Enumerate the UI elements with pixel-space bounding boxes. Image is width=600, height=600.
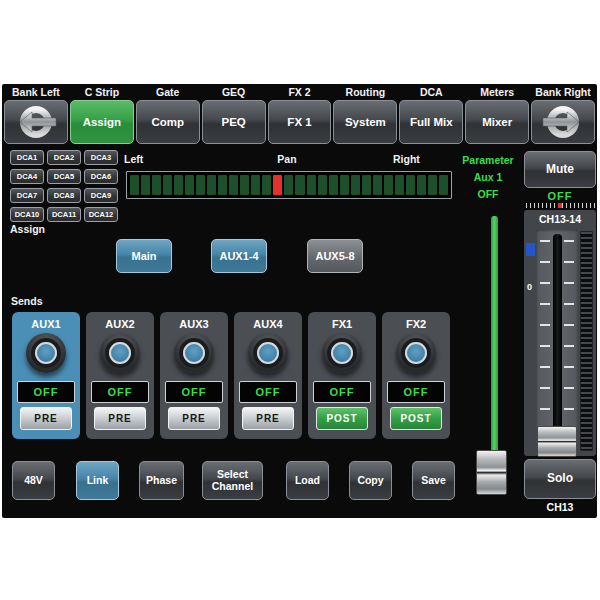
pan-segment [362, 175, 371, 195]
dca-button-5[interactable]: DCA5 [47, 169, 81, 184]
pan-segment [417, 175, 426, 195]
send-pre-post-button[interactable]: POST [316, 407, 368, 430]
pan-segment [174, 175, 183, 195]
fx1-button[interactable]: FX 1 [268, 100, 332, 144]
phantom-48v-button[interactable]: 48V [12, 461, 55, 500]
pan-meter[interactable] [126, 171, 452, 199]
dca-button-9[interactable]: DCA9 [84, 188, 118, 203]
send-strip-aux1: AUX1 OFF PRE [12, 312, 80, 439]
parameter-bus: Aux 1 [474, 171, 503, 183]
dca-button-2[interactable]: DCA2 [47, 150, 81, 165]
nav-label-bank-right: Bank Right [531, 84, 595, 100]
dca-button-3[interactable]: DCA3 [84, 150, 118, 165]
nav-col-routing: Routing System [333, 84, 397, 144]
dca-button-6[interactable]: DCA6 [84, 169, 118, 184]
pan-segment [251, 175, 260, 195]
nav-label-fx2: FX 2 [268, 84, 332, 100]
send-title: AUX3 [160, 318, 228, 330]
bank-left-button[interactable] [4, 100, 68, 144]
mute-button[interactable]: Mute [524, 151, 596, 188]
copy-button[interactable]: Copy [349, 461, 392, 500]
fader-scale-right [564, 240, 574, 442]
pan-segment [185, 175, 194, 195]
pan-segment [240, 175, 249, 195]
dca-assign-label: Assign [10, 223, 45, 235]
send-pre-post-button[interactable]: PRE [242, 407, 294, 430]
nav-col-fx2: FX 2 FX 1 [268, 84, 332, 144]
send-pre-post-button[interactable]: POST [390, 407, 442, 430]
fader-handle[interactable] [537, 426, 577, 457]
dca-grid: DCA1 DCA2 DCA3 DCA4 DCA5 DCA6 DCA7 DCA8 … [10, 150, 118, 222]
send-knob[interactable] [322, 333, 362, 373]
pan-segment [141, 175, 150, 195]
bus-tab-main[interactable]: Main [116, 239, 172, 273]
nav-col-bank-left: Bank Left [4, 84, 68, 144]
full-mix-button[interactable]: Full Mix [399, 100, 463, 144]
mixer-panel: Bank Left C Strip Assign Gate Comp [2, 84, 597, 518]
pan-segment [307, 175, 316, 195]
parameter-slider-track[interactable] [491, 216, 498, 453]
channel-name: CH13-14 [524, 213, 596, 225]
send-strip-fx2: FX2 OFF POST [382, 312, 450, 439]
pan-segment [196, 175, 205, 195]
send-strip-aux2: AUX2 OFF PRE [86, 312, 154, 439]
pan-segment [439, 175, 448, 195]
dca-button-10[interactable]: DCA10 [10, 207, 44, 222]
select-channel-button[interactable]: Select Channel [202, 461, 263, 500]
send-pre-post-button[interactable]: PRE [168, 407, 220, 430]
nav-label-routing: Routing [333, 84, 397, 100]
bus-tab-aux1-4[interactable]: AUX1-4 [211, 239, 267, 273]
send-knob[interactable] [396, 333, 436, 373]
mixer-button[interactable]: Mixer [465, 100, 529, 144]
fader-scale-left [540, 240, 550, 442]
link-button[interactable]: Link [76, 461, 119, 500]
nav-col-geq: GEQ PEQ [202, 84, 266, 144]
send-title: AUX2 [86, 318, 154, 330]
send-value-display: OFF [239, 381, 297, 403]
send-knob[interactable] [174, 333, 214, 373]
nav-col-c-strip: C Strip Assign [70, 84, 134, 144]
system-button[interactable]: System [333, 100, 397, 144]
send-pre-post-button[interactable]: PRE [20, 407, 72, 430]
nav-col-bank-right: Bank Right [531, 84, 595, 144]
comp-button[interactable]: Comp [136, 100, 200, 144]
dca-button-1[interactable]: DCA1 [10, 150, 44, 165]
top-nav: Bank Left C Strip Assign Gate Comp [2, 84, 597, 144]
send-knob[interactable] [26, 333, 66, 373]
send-value-display: OFF [91, 381, 149, 403]
dca-button-11[interactable]: DCA11 [47, 207, 81, 222]
send-knob[interactable] [100, 333, 140, 373]
dca-button-8[interactable]: DCA8 [47, 188, 81, 203]
send-pre-post-button[interactable]: PRE [94, 407, 146, 430]
mute-status: OFF [524, 190, 596, 202]
dca-button-7[interactable]: DCA7 [10, 188, 44, 203]
sends-section-label: Sends [11, 295, 43, 307]
bus-tab-aux5-8[interactable]: AUX5-8 [307, 239, 363, 273]
nav-label-c-strip: C Strip [70, 84, 134, 100]
dca-button-12[interactable]: DCA12 [84, 207, 118, 222]
knob-cap-icon [405, 342, 427, 364]
peq-button[interactable]: PEQ [202, 100, 266, 144]
knob-cap-icon [109, 342, 131, 364]
send-knob[interactable] [248, 333, 288, 373]
pan-segment [229, 175, 238, 195]
pan-left-label: Left [124, 153, 143, 165]
load-button[interactable]: Load [286, 461, 329, 500]
pan-segment [163, 175, 172, 195]
save-button[interactable]: Save [412, 461, 455, 500]
arrow-left-icon [12, 103, 60, 141]
pan-segment [395, 175, 404, 195]
solo-button[interactable]: Solo [524, 459, 596, 499]
pan-right-label: Right [393, 153, 420, 165]
parameter-slider-handle[interactable] [476, 450, 507, 495]
bank-right-button[interactable] [531, 100, 595, 144]
send-title: AUX4 [234, 318, 302, 330]
phase-button[interactable]: Phase [139, 461, 184, 500]
fader-zero-label: 0 [527, 282, 532, 292]
pan-segment [329, 175, 338, 195]
fader-panel [536, 230, 578, 452]
knob-cap-icon [35, 342, 57, 364]
assign-button[interactable]: Assign [70, 100, 134, 144]
dca-button-4[interactable]: DCA4 [10, 169, 44, 184]
fader-track[interactable] [553, 234, 562, 446]
